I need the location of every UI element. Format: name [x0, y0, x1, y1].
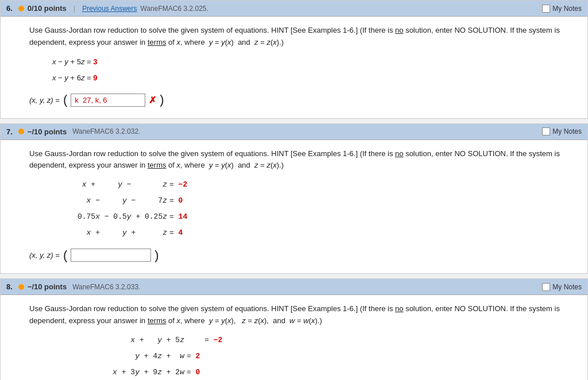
question-8-header: 8. −/10 points WaneFMAC6 3.2.033. My Not… [1, 279, 587, 295]
header-left-6: 6. 0/10 points | Previous Answers WaneFM… [6, 4, 208, 13]
question-7: 7. −/10 points WaneFMAC6 3.2.032. My Not… [0, 123, 588, 274]
q8-eq3: x + 3y + 9z + 2w = 0 [52, 365, 576, 380]
q8-eq1: x + y + 5z = −2 [52, 333, 576, 348]
q6-wrong-icon: ✗ [149, 95, 156, 106]
question-7-header: 7. −/10 points WaneFMAC6 3.2.032. My Not… [1, 124, 587, 140]
question-6: 6. 0/10 points | Previous Answers WaneFM… [0, 0, 588, 119]
q6-answer-input[interactable] [71, 94, 145, 107]
q6-body: Use Gauss-Jordan row reduction to solve … [1, 17, 587, 118]
q8-notes-label: My Notes [552, 283, 582, 291]
q7-number: 7. [6, 127, 13, 136]
q7-notes-label: My Notes [552, 127, 582, 135]
question-8: 8. −/10 points WaneFMAC6 3.2.033. My Not… [0, 278, 588, 380]
q7-eq3: 0.75x − 0.5y + 0.25z = 14 [52, 210, 576, 224]
q7-status-dot [18, 129, 24, 134]
header-left-7: 7. −/10 points WaneFMAC6 3.2.032. [6, 127, 140, 136]
q7-notes-icon [542, 127, 550, 135]
q6-source: WaneFMAC6 3.2.025. [141, 5, 208, 13]
q7-eq4: x + y + z = 4 [52, 226, 576, 241]
q8-notes-icon [542, 283, 550, 291]
q6-prev-answers[interactable]: Previous Answers [82, 5, 137, 13]
q7-answer-label: (x, y, z) = [29, 251, 60, 259]
q7-body: Use Gauss-Jordan row reduction to solve … [1, 140, 587, 274]
q8-notes-button[interactable]: My Notes [542, 283, 582, 291]
q8-eq2: y + 4z + w = 2 [52, 349, 576, 364]
q7-points: −/10 points [28, 127, 67, 136]
q6-eq2: x − y + 6z = 9 [52, 71, 576, 86]
q6-answer-label: (x, y, z) = [29, 96, 60, 104]
q6-notes-icon [542, 5, 550, 13]
q7-notes-button[interactable]: My Notes [542, 127, 582, 135]
q6-status-dot [18, 6, 24, 11]
q7-equations: x + y − z = −2 x − y − 7z = 0 0.75x − 0.… [52, 177, 576, 241]
q7-eq2: x − y − 7z = 0 [52, 193, 576, 208]
q7-instruction: Use Gauss-Jordan row reduction to solve … [29, 148, 576, 172]
q6-instruction: Use Gauss-Jordan row reduction to solve … [29, 25, 576, 49]
q6-equations: x − y + 5z = 3 x − y + 6z = 9 [52, 55, 576, 86]
q6-close-paren: ) [160, 94, 164, 106]
q8-status-dot [18, 284, 24, 290]
q7-answer-input[interactable] [71, 249, 151, 262]
q6-open-paren: ( [63, 94, 67, 106]
q8-equations: x + y + 5z = −2 y + 4z + w = 2 x + 3y + … [52, 333, 576, 380]
q6-points: 0/10 points [28, 4, 67, 13]
q8-number: 8. [6, 282, 13, 291]
q6-number: 6. [6, 4, 13, 13]
q7-eq1: x + y − z = −2 [52, 177, 576, 192]
q6-eq1: x − y + 5z = 3 [52, 55, 576, 69]
q8-instruction: Use Gauss-Jordan row reduction to solve … [29, 303, 576, 327]
header-left-8: 8. −/10 points WaneFMAC6 3.2.033. [6, 282, 140, 291]
q7-answer-row: (x, y, z) = ( ) [29, 249, 576, 262]
q7-source: WaneFMAC6 3.2.032. [72, 127, 140, 135]
q8-body: Use Gauss-Jordan row reduction to solve … [1, 295, 587, 380]
q6-notes-button[interactable]: My Notes [542, 5, 582, 13]
q8-points: −/10 points [28, 282, 67, 291]
q7-close-paren: ) [154, 249, 158, 262]
q6-notes-label: My Notes [552, 5, 582, 13]
q8-source: WaneFMAC6 3.2.033. [72, 283, 140, 291]
q7-open-paren: ( [63, 249, 67, 262]
question-6-header: 6. 0/10 points | Previous Answers WaneFM… [1, 1, 587, 17]
q6-answer-row: (x, y, z) = ( ✗ ) [29, 94, 576, 107]
